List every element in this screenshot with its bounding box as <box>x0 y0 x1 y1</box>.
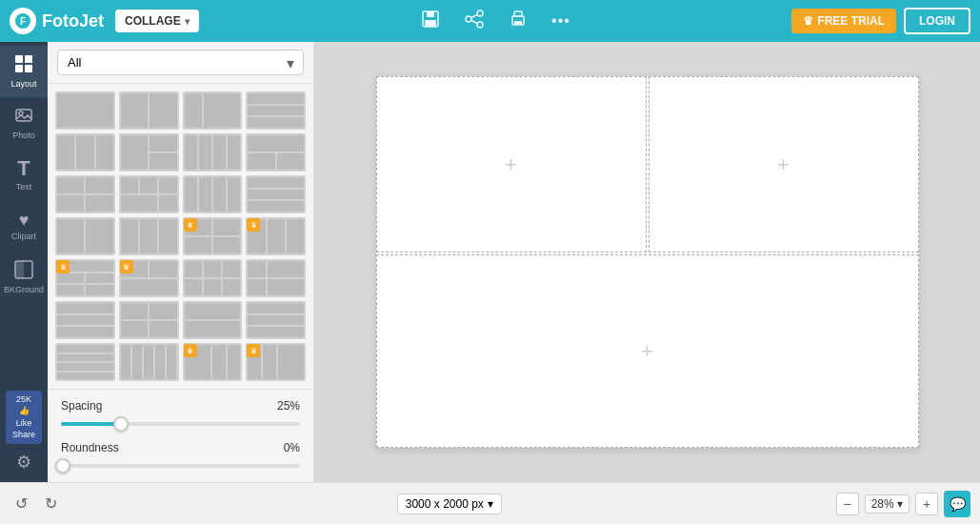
chat-button[interactable]: 💬 <box>944 491 970 517</box>
layout-thumb-6-2[interactable] <box>119 301 179 339</box>
layout-thumb-3-2[interactable] <box>119 175 179 213</box>
sidebar-item-layout[interactable]: Layout <box>0 46 48 97</box>
layout-thumb-2-4[interactable] <box>246 133 306 171</box>
layout-thumb-5-2[interactable]: ♛ <box>119 259 179 297</box>
layout-label: Layout <box>10 79 36 89</box>
layout-thumb-4-4[interactable]: ♛ <box>246 217 306 255</box>
layout-row-4: ♛ ♛ <box>55 217 306 255</box>
logo-text: FotoJet <box>42 11 104 31</box>
layout-thumb-3-3[interactable] <box>183 175 243 213</box>
layout-thumb-4-2[interactable] <box>119 217 179 255</box>
spacing-slider-row: Spacing 25% <box>61 399 300 432</box>
sidebar-item-photo[interactable]: Photo <box>0 97 48 149</box>
crown-badge-5-1: ♛ <box>56 260 70 273</box>
gear-icon[interactable]: ⚙ <box>16 452 31 473</box>
layout-thumb-1-3[interactable] <box>183 91 243 130</box>
layout-thumb-1-4[interactable] <box>246 91 306 130</box>
redo-icon: ↻ <box>45 495 57 512</box>
layout-thumb-7-1[interactable] <box>55 343 115 381</box>
layout-grid: ♛ ♛ ♛ <box>48 84 313 389</box>
svg-rect-20 <box>15 261 24 278</box>
layout-thumb-7-4[interactable]: ♛ <box>246 343 306 381</box>
zoom-plus-icon: + <box>923 496 930 512</box>
layout-thumb-3-1[interactable] <box>55 175 115 213</box>
canvas-cell-bottom[interactable]: + <box>376 254 919 448</box>
canvas-size-selector[interactable]: 3000 x 2000 px ▾ <box>397 494 502 514</box>
clipart-label: Clipart <box>11 232 36 241</box>
layout-thumb-5-4[interactable] <box>246 259 306 297</box>
layout-row-6 <box>55 301 306 339</box>
layout-thumb-1-1[interactable] <box>55 91 115 130</box>
roundness-track <box>61 464 300 468</box>
layout-thumb-6-4[interactable] <box>246 301 306 339</box>
zoom-percent: 28% <box>871 497 894 511</box>
zoom-out-button[interactable]: − <box>836 493 859 515</box>
layout-thumb-1-2[interactable] <box>119 91 179 130</box>
zoom-value-display[interactable]: 28% ▾ <box>865 494 910 514</box>
layout-thumb-7-3[interactable]: ♛ <box>183 343 243 381</box>
sidebar-bottom: 25K👍 LikeShare ⚙ <box>6 381 42 482</box>
spacing-thumb[interactable] <box>113 416 129 432</box>
sliders-section: Spacing 25% Roundness 0% <box>48 389 313 482</box>
free-trial-button[interactable]: ♛ FREE TRIAL <box>791 9 896 33</box>
layout-icon <box>14 54 33 76</box>
svg-point-6 <box>466 16 471 22</box>
spacing-track <box>61 422 300 426</box>
layout-row-5: ♛ ♛ <box>55 259 306 297</box>
svg-rect-4 <box>425 20 436 27</box>
canvas-cell-top-left[interactable]: + <box>376 76 647 252</box>
layout-thumb-5-1[interactable]: ♛ <box>55 259 115 297</box>
sidebar-item-bkground[interactable]: BKGround <box>0 252 48 303</box>
spacing-value: 25% <box>277 399 300 413</box>
canvas-size-label: 3000 x 2000 px <box>406 497 484 511</box>
login-button[interactable]: LOGIN <box>904 8 970 34</box>
svg-rect-16 <box>25 65 32 72</box>
share-icon[interactable] <box>464 9 485 34</box>
topbar-center: ••• <box>207 9 785 34</box>
fb-like-label: 25K👍 LikeShare <box>10 393 37 441</box>
svg-line-8 <box>471 14 477 17</box>
layout-thumb-4-1[interactable] <box>55 217 115 255</box>
collage-mode-label: COLLAGE <box>125 14 181 28</box>
layout-thumb-6-3[interactable] <box>183 301 243 339</box>
collage-mode-button[interactable]: COLLAGE ▾ <box>115 10 199 32</box>
layout-thumb-2-1[interactable] <box>55 133 115 171</box>
layout-row-1 <box>55 91 306 130</box>
sidebar-item-clipart[interactable]: ♥ Clipart <box>0 200 48 252</box>
bkground-label: BKGround <box>4 285 44 294</box>
left-panel: All 1 Photo 2 Photos 3 Photos 4 Photos 5… <box>48 42 314 482</box>
canvas-size-arrow: ▾ <box>488 497 493 511</box>
svg-rect-3 <box>427 11 434 17</box>
layout-thumb-2-3[interactable] <box>183 133 243 171</box>
topbar-right: ♛ FREE TRIAL LOGIN <box>791 8 970 34</box>
svg-rect-15 <box>15 65 23 72</box>
print-icon[interactable] <box>508 9 529 34</box>
layout-thumb-3-4[interactable] <box>246 175 306 213</box>
svg-line-9 <box>471 20 477 23</box>
zoom-minus-icon: − <box>844 496 851 512</box>
filter-row: All 1 Photo 2 Photos 3 Photos 4 Photos 5… <box>48 42 313 84</box>
canvas-cell-top-right[interactable]: + <box>649 76 919 252</box>
save-icon[interactable] <box>420 9 441 34</box>
svg-text:F: F <box>20 16 26 27</box>
more-icon[interactable]: ••• <box>551 12 570 30</box>
layout-thumb-2-2[interactable] <box>119 133 179 171</box>
layout-thumb-5-3[interactable] <box>183 259 243 297</box>
crown-badge-7-4: ♛ <box>247 344 260 357</box>
svg-rect-11 <box>514 11 522 16</box>
fb-like-button[interactable]: 25K👍 LikeShare <box>6 391 42 444</box>
undo-icon: ↺ <box>15 495 28 512</box>
canvas-wrapper: + + + <box>376 76 919 448</box>
zoom-in-button[interactable]: + <box>915 493 938 515</box>
undo-button[interactable]: ↺ <box>10 493 33 514</box>
layout-thumb-6-1[interactable] <box>55 301 115 339</box>
sidebar-item-text[interactable]: T Text <box>0 149 48 200</box>
layout-thumb-4-3[interactable]: ♛ <box>183 217 243 255</box>
layout-row-2 <box>55 133 306 171</box>
roundness-thumb[interactable] <box>55 458 70 474</box>
undo-redo: ↺ ↻ <box>10 493 63 514</box>
redo-button[interactable]: ↻ <box>39 493 63 514</box>
layout-thumb-7-2[interactable] <box>119 343 179 381</box>
layout-filter-select[interactable]: All 1 Photo 2 Photos 3 Photos 4 Photos 5… <box>57 50 304 75</box>
bkground-icon <box>14 260 33 282</box>
